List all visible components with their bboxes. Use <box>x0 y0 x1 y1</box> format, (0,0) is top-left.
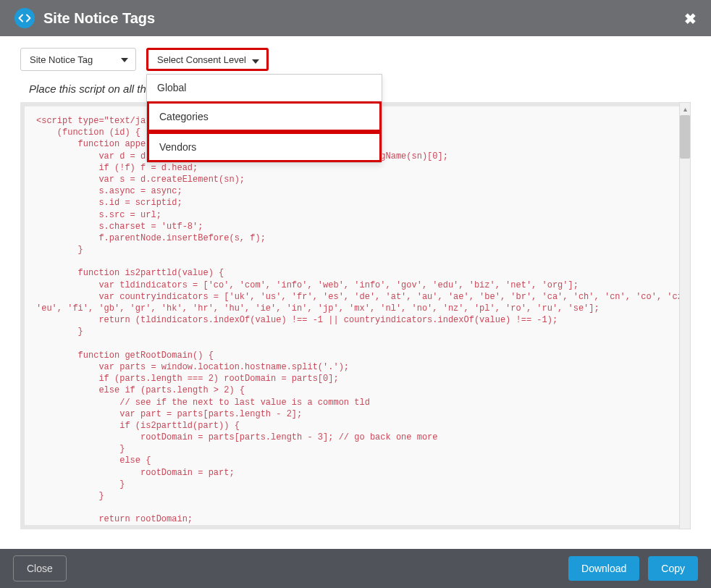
scrollbar-track[interactable] <box>679 102 691 529</box>
code-area-wrap: <script type="text/javascript"> (functio… <box>0 102 711 529</box>
site-notice-tag-dropdown[interactable]: Site Notice Tag <box>20 48 136 71</box>
consent-level-dropdown[interactable]: Select Consent Level Global Categories V… <box>146 48 269 71</box>
controls-row: Site Notice Tag Select Consent Level Glo… <box>0 36 711 71</box>
site-notice-tag-label: Site Notice Tag <box>30 54 93 65</box>
chevron-down-icon <box>252 59 259 64</box>
consent-level-button[interactable]: Select Consent Level <box>146 48 269 71</box>
chevron-down-icon <box>121 58 128 62</box>
consent-level-menu: Global Categories Vendors <box>146 74 382 163</box>
copy-button[interactable]: Copy <box>648 556 698 581</box>
dialog-footer: Close Download Copy <box>0 549 711 588</box>
consent-option-global[interactable]: Global <box>147 75 382 101</box>
site-notice-tag-button[interactable]: Site Notice Tag <box>20 48 136 71</box>
consent-level-label: Select Consent Level <box>157 54 246 65</box>
code-textarea[interactable]: <script type="text/javascript"> (functio… <box>20 102 691 529</box>
download-button[interactable]: Download <box>568 556 639 581</box>
consent-option-vendors[interactable]: Vendors <box>147 132 382 162</box>
code-icon <box>14 8 35 28</box>
scroll-up-icon[interactable]: ▴ <box>680 104 690 114</box>
dialog-header: Site Notice Tags ✖ <box>0 0 711 36</box>
close-icon[interactable]: ✖ <box>684 10 697 28</box>
scrollbar-thumb[interactable] <box>680 115 690 159</box>
consent-option-categories[interactable]: Categories <box>147 101 382 132</box>
close-button[interactable]: Close <box>13 555 67 581</box>
dialog-title: Site Notice Tags <box>43 10 155 27</box>
